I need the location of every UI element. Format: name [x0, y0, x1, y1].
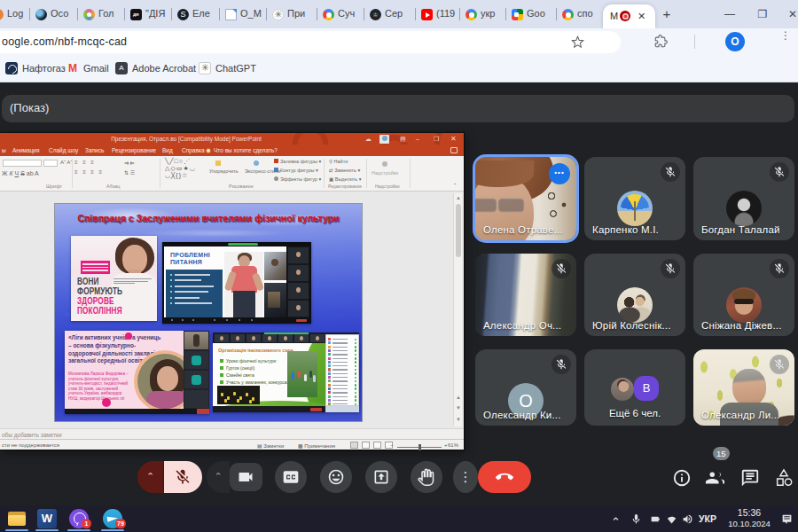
- tray-volume-icon[interactable]: [682, 512, 694, 525]
- ribbon-tab-2[interactable]: Слайд шоу: [49, 147, 78, 153]
- arrange-button[interactable]: Упорядочить: [209, 168, 239, 174]
- view-reading-button[interactable]: [373, 442, 381, 449]
- select-button[interactable]: ▣ Выделить ▾: [329, 176, 361, 182]
- slide[interactable]: Співпраця с Заслуженими вчителями фізичн…: [55, 204, 362, 421]
- word-icon[interactable]: W: [37, 509, 57, 528]
- ribbon-tab-4[interactable]: Рецензирование: [112, 147, 156, 153]
- browser-tab[interactable]: Log: [0, 0, 29, 28]
- browser-tab[interactable]: ♔Сер: [364, 0, 415, 28]
- tray-mic-icon[interactable]: [630, 512, 643, 525]
- font-size-box[interactable]: [43, 160, 58, 167]
- spacing-buttons[interactable]: ⇅ ☰: [124, 169, 135, 176]
- browser-tab[interactable]: O_M: [219, 0, 266, 28]
- zoom-in-button[interactable]: +: [444, 442, 448, 448]
- participant-tile[interactable]: Сніжана Діжев...: [693, 254, 794, 336]
- shape-fill-button[interactable]: Заливка фигуры ▾: [280, 159, 321, 164]
- ribbon-tab-3[interactable]: Запись: [85, 147, 104, 153]
- align-buttons[interactable]: ≡ ≡ ≡ ≡: [74, 169, 104, 175]
- shape-effects-button[interactable]: Эффекты фигур ▾: [280, 176, 321, 182]
- mic-options-chevron[interactable]: ⌃: [137, 461, 163, 493]
- tell-me-box[interactable]: Что вы хотите сделать?: [214, 147, 278, 153]
- tray-clock[interactable]: 15:3610.10.2024: [723, 507, 776, 528]
- tray-battery-icon[interactable]: [650, 512, 662, 525]
- tray-network-icon[interactable]: [666, 512, 678, 525]
- reactions-button[interactable]: [320, 461, 352, 493]
- window-minimize-button[interactable]: —: [721, 5, 739, 23]
- extensions-icon[interactable]: [654, 35, 669, 49]
- more-options-button[interactable]: ⋮: [453, 461, 478, 493]
- address-bar[interactable]: oogle.com/nbf-mcqc-cad: [0, 31, 621, 53]
- participant-tile[interactable]: ВЕщё 6 чел.: [584, 349, 685, 426]
- view-sorter-button[interactable]: [362, 442, 370, 449]
- new-tab-button[interactable]: +: [661, 8, 673, 20]
- indent-buttons[interactable]: ⇉ ⇇: [124, 160, 135, 166]
- status-notes-button[interactable]: ▤ Заметки: [257, 442, 284, 449]
- vertical-scrollbar[interactable]: ▲ ▲ ▼ ▼: [453, 193, 462, 426]
- window-close-button[interactable]: ✕: [784, 5, 798, 23]
- browser-tab[interactable]: Goo: [505, 0, 556, 28]
- ribbon-options-icon[interactable]: ▤: [400, 136, 406, 142]
- window-restore-button[interactable]: ❐: [754, 5, 771, 23]
- participant-tile[interactable]: Карпенко М.І.: [584, 157, 685, 240]
- tray-language[interactable]: УКР: [699, 513, 716, 524]
- browser-tab[interactable]: SЕле: [171, 0, 219, 28]
- browser-tab[interactable]: спо: [556, 0, 599, 28]
- people-icon[interactable]: [705, 468, 724, 488]
- raise-hand-button[interactable]: [411, 461, 442, 493]
- participant-tile[interactable]: OОлександр Ки...: [475, 349, 576, 426]
- tile-menu-button[interactable]: •••: [549, 163, 570, 184]
- bookmark-star-icon[interactable]: [571, 35, 584, 49]
- browser-tab[interactable]: (119: [415, 0, 459, 28]
- ppt-minimize-icon[interactable]: –: [416, 136, 419, 142]
- mic-mute-button[interactable]: [164, 461, 202, 493]
- ppt-close-icon[interactable]: ✕: [450, 136, 457, 142]
- info-icon[interactable]: [672, 468, 692, 488]
- collapse-ribbon-icon[interactable]: ˆ: [454, 183, 456, 189]
- end-call-button[interactable]: [478, 461, 531, 493]
- active-tab[interactable]: M✕: [603, 4, 655, 28]
- office-user-avatar[interactable]: [379, 135, 389, 144]
- find-button[interactable]: ⚲ Найти: [329, 159, 348, 164]
- scrollbar-thumb[interactable]: [456, 204, 461, 257]
- zoom-out-button[interactable]: –: [390, 442, 393, 448]
- camera-options-chevron[interactable]: ⌃: [207, 461, 230, 493]
- present-button[interactable]: [365, 461, 397, 493]
- ribbon-tab-6[interactable]: Справка: [182, 147, 205, 153]
- shapes-gallery[interactable]: ╲╱□○⋰△◇▭★◡◡╳{}☆: [165, 158, 196, 179]
- view-normal-button[interactable]: [350, 442, 358, 449]
- ribbon-tab-5[interactable]: Вид: [162, 147, 173, 153]
- ppt-restore-icon[interactable]: ❐: [434, 136, 439, 142]
- ribbon-share-icon[interactable]: [450, 147, 458, 153]
- browser-tab[interactable]: Суч: [317, 0, 364, 28]
- captions-button[interactable]: [275, 461, 307, 493]
- status-comments-button[interactable]: ▩ Примечания: [298, 442, 335, 449]
- list-buttons[interactable]: ≡ ≡ ≡: [74, 160, 96, 165]
- camera-button[interactable]: [230, 463, 262, 491]
- participant-tile[interactable]: Олена Отраве...•••: [475, 157, 576, 240]
- replace-button[interactable]: ⇄ Заменить ▾: [329, 168, 360, 173]
- profile-avatar[interactable]: O: [725, 32, 745, 51]
- font-name-box[interactable]: [3, 160, 42, 167]
- participant-tile[interactable]: Александр Оч...: [475, 254, 576, 336]
- chat-icon[interactable]: [740, 468, 760, 488]
- action-center-icon[interactable]: [781, 512, 794, 525]
- powerpoint-titlebar[interactable]: Презентация, Отрасл.во [Compatibility Mo…: [0, 133, 464, 145]
- tray-expand-icon[interactable]: ⌃: [611, 515, 623, 528]
- browser-tab[interactable]: Осо: [29, 0, 77, 28]
- participant-tile[interactable]: Олександр Ли...: [693, 349, 794, 426]
- browser-tab[interactable]: укр: [459, 0, 505, 28]
- ribbon-tab-0[interactable]: ы: [2, 147, 6, 153]
- participant-tile[interactable]: Богдан Талалай: [693, 157, 794, 240]
- font-style-buttons[interactable]: Ж К Ч S ab A: [2, 170, 39, 176]
- explorer-icon[interactable]: [7, 509, 27, 528]
- shape-outline-button[interactable]: Контур фигуры ▾: [280, 168, 318, 173]
- zoom-slider[interactable]: [397, 447, 442, 448]
- browser-menu-icon[interactable]: ⋮: [779, 33, 792, 51]
- addins-button[interactable]: Надстройки: [372, 170, 398, 176]
- shapes-icon[interactable]: [774, 468, 794, 488]
- browser-tab[interactable]: ДІЯ"ДІЯ: [124, 0, 171, 28]
- participant-tile[interactable]: Юрій Колеснік...: [584, 254, 685, 336]
- font-grow-shrink[interactable]: Aˆ Aˇ: [60, 160, 72, 165]
- tab-close-icon[interactable]: ✕: [636, 11, 647, 22]
- browser-tab[interactable]: ✳При: [266, 0, 317, 28]
